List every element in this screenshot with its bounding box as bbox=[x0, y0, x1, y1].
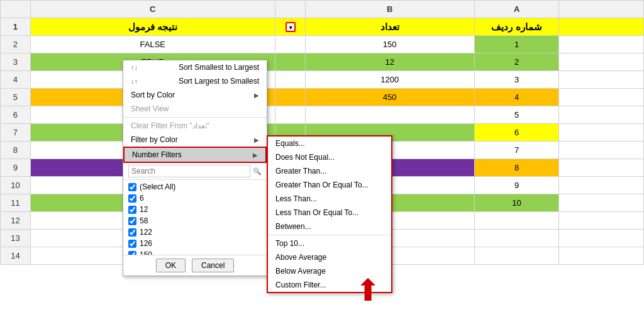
cell-filter-4 bbox=[275, 106, 305, 124]
cell-filter-1 bbox=[275, 53, 305, 71]
sep-1 bbox=[123, 117, 267, 118]
row-num-11: 11 bbox=[1, 194, 31, 212]
cell-extra-9 bbox=[559, 194, 644, 212]
cell-extra-8 bbox=[559, 177, 644, 194]
checkbox-item-58[interactable]: 58 bbox=[128, 215, 262, 226]
search-input[interactable] bbox=[128, 165, 250, 177]
cell-b-1: 12 bbox=[305, 53, 474, 71]
filter-by-color-label: Filter by Color bbox=[131, 135, 178, 144]
sheet-view-item[interactable]: Sheet View bbox=[123, 102, 267, 116]
cancel-button[interactable]: Cancel bbox=[192, 259, 234, 272]
corner-cell bbox=[1, 1, 31, 18]
cell-a-0: 1 bbox=[474, 36, 559, 53]
row-num-6: 6 bbox=[1, 106, 31, 124]
submenu-item-7[interactable]: Top 10... bbox=[268, 237, 391, 250]
header-extra bbox=[559, 18, 644, 36]
submenu-item-3[interactable]: Greater Than Or Equal To... bbox=[268, 178, 391, 192]
row-num-14: 14 bbox=[1, 247, 31, 265]
checkbox-6[interactable] bbox=[128, 194, 136, 203]
filter-button[interactable]: ▼ bbox=[286, 22, 296, 32]
number-filters-arrow: ▶ bbox=[253, 152, 258, 159]
cell-a-9: 10 bbox=[474, 194, 559, 212]
submenu-items: Equals...Does Not Equal...Greater Than..… bbox=[268, 137, 391, 292]
row-num-12: 12 bbox=[1, 212, 31, 230]
cell-extra-5 bbox=[559, 124, 644, 142]
submenu-item-4[interactable]: Less Than... bbox=[268, 192, 391, 206]
sort-desc-label: Sort Largest to Smallest bbox=[179, 77, 259, 86]
cell-a-2: 3 bbox=[474, 71, 559, 89]
cell-extra-1 bbox=[559, 53, 644, 71]
clear-filter-item[interactable]: Clear Filter From "تعداد" bbox=[123, 119, 267, 133]
row-num-13: 13 bbox=[1, 230, 31, 247]
sort-desc-item[interactable]: ↓↑ Sort Largest to Smallest bbox=[123, 74, 267, 88]
col-header-extra bbox=[559, 1, 644, 18]
row-num-2: 2 bbox=[1, 36, 31, 53]
select-all-checkbox[interactable] bbox=[128, 183, 136, 191]
col-header-c: C bbox=[30, 1, 275, 18]
submenu-item-1[interactable]: Does Not Equal... bbox=[268, 150, 391, 164]
cell-a-6: 7 bbox=[474, 142, 559, 159]
number-filters-label: Number Filters bbox=[132, 150, 182, 159]
checkbox-item-6[interactable]: 6 bbox=[128, 192, 262, 204]
ok-button[interactable]: OK bbox=[156, 259, 186, 272]
cell-extra-12 bbox=[559, 247, 644, 265]
row-num-1: 1 bbox=[1, 18, 31, 36]
cell-extra-10 bbox=[559, 212, 644, 230]
clear-filter-label: Clear Filter From "تعداد" bbox=[131, 121, 209, 130]
sort-asc-item[interactable]: ↑↓ Sort Smallest to Largest bbox=[123, 60, 267, 74]
checkbox-126[interactable] bbox=[128, 240, 136, 248]
select-all-label: (Select All) bbox=[140, 182, 175, 191]
checkbox-58[interactable] bbox=[128, 217, 136, 225]
sort-by-color-label: Sort by Color bbox=[131, 91, 175, 99]
col-header-b: B bbox=[305, 1, 474, 18]
select-all-item[interactable]: (Select All) bbox=[128, 181, 262, 192]
submenu-item-2[interactable]: Greater Than... bbox=[268, 164, 391, 178]
checkbox-items: 61258122126150229450 bbox=[128, 192, 262, 255]
filter-by-color-item[interactable]: Filter by Color ▶ bbox=[123, 133, 267, 147]
header-b: تعداد bbox=[305, 18, 474, 36]
header-filter-btn-cell: ▼ bbox=[275, 18, 305, 36]
checkbox-label-12: 12 bbox=[140, 205, 148, 214]
checkbox-label-58: 58 bbox=[140, 216, 148, 225]
checkbox-150[interactable] bbox=[128, 251, 136, 256]
col-header-a: A bbox=[474, 1, 559, 18]
row-num-4: 4 bbox=[1, 71, 31, 89]
cell-c-0: FALSE bbox=[30, 36, 275, 53]
checkbox-122[interactable] bbox=[128, 228, 136, 237]
cell-a-1: 2 bbox=[474, 53, 559, 71]
header-c: نتیجه فرمول bbox=[30, 18, 275, 36]
checkbox-item-150[interactable]: 150 bbox=[128, 249, 262, 255]
col-header-filter bbox=[275, 1, 305, 18]
row-num-5: 5 bbox=[1, 89, 31, 106]
search-container: 🔍 bbox=[123, 163, 267, 180]
checkbox-item-122[interactable]: 122 bbox=[128, 226, 262, 238]
submenu-sep bbox=[268, 235, 391, 235]
cell-extra-6 bbox=[559, 142, 644, 159]
checkbox-12[interactable] bbox=[128, 206, 136, 214]
row-num-3: 3 bbox=[1, 53, 31, 71]
cell-b-4 bbox=[305, 106, 474, 124]
checkbox-item-126[interactable]: 126 bbox=[128, 238, 262, 249]
cell-extra-4 bbox=[559, 106, 644, 124]
checkbox-label-150: 150 bbox=[140, 250, 152, 255]
submenu-item-5[interactable]: Less Than Or Equal To... bbox=[268, 206, 391, 220]
submenu-item-0[interactable]: Equals... bbox=[268, 137, 391, 150]
cell-filter-3 bbox=[275, 89, 305, 106]
cell-a-10 bbox=[474, 212, 559, 230]
sort-by-color-arrow: ▶ bbox=[254, 92, 259, 99]
row-num-10: 10 bbox=[1, 177, 31, 194]
cell-extra-2 bbox=[559, 71, 644, 89]
checkbox-item-12[interactable]: 12 bbox=[128, 204, 262, 215]
filter-by-color-arrow: ▶ bbox=[254, 137, 259, 143]
dropdown-footer: OK Cancel bbox=[123, 255, 267, 276]
sheet-view-label: Sheet View bbox=[131, 104, 169, 113]
cell-filter-2 bbox=[275, 71, 305, 89]
spreadsheet: C B A 1 نتیجه فرمول ▼ تعداد شماره ردیف 2… bbox=[0, 0, 644, 329]
submenu-item-8[interactable]: Above Average bbox=[268, 250, 391, 264]
cell-extra-0 bbox=[559, 36, 644, 53]
submenu-item-6[interactable]: Between... bbox=[268, 220, 391, 233]
checkbox-label-126: 126 bbox=[140, 239, 152, 248]
number-filters-item[interactable]: Number Filters ▶ bbox=[123, 147, 267, 163]
sort-by-color-item[interactable]: Sort by Color ▶ bbox=[123, 88, 267, 102]
row-num-9: 9 bbox=[1, 159, 31, 177]
